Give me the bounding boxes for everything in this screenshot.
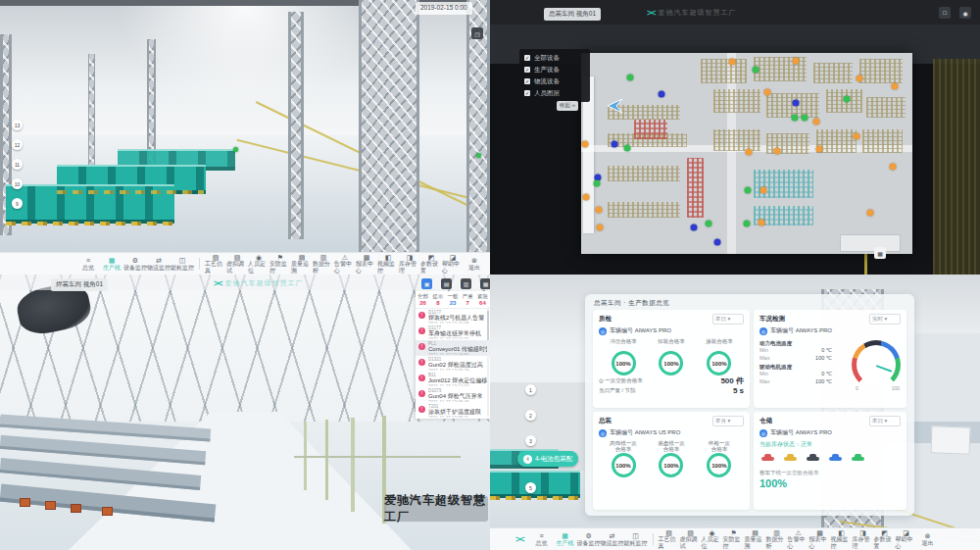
toolbar-item[interactable]: ▩报表中心: [356, 254, 377, 274]
view-chip[interactable]: 总装车间 视角01: [544, 8, 601, 21]
station-badge[interactable]: 12: [12, 139, 23, 150]
map-dot[interactable]: [774, 148, 781, 155]
window-button[interactable]: ▤: [441, 278, 452, 289]
toolbar-item[interactable]: ◫能耗监控: [624, 532, 648, 546]
window-button[interactable]: ▦: [480, 278, 490, 289]
toolbar-item[interactable]: ⚙设备监控: [123, 257, 147, 271]
layer-row[interactable]: ✓物流设备: [524, 75, 585, 87]
toolbar-item[interactable]: ⇄物流监控: [601, 532, 624, 546]
toolbar-item[interactable]: ≡总览: [530, 532, 554, 546]
map-dot[interactable]: [596, 224, 603, 230]
toolbar-item[interactable]: ▧工艺仿真: [659, 529, 680, 549]
map-dot[interactable]: [792, 115, 799, 122]
map-dot[interactable]: [746, 149, 753, 156]
toolbar-item[interactable]: ⚠告警中心: [788, 529, 809, 549]
station-badge[interactable]: 2: [525, 410, 536, 421]
toolbar-item[interactable]: ⇄物流监控: [147, 257, 171, 271]
layer-row[interactable]: ✓人员图层: [524, 87, 585, 99]
toolbar-item[interactable]: ▨虚拟调试: [680, 529, 702, 549]
toolbar-item[interactable]: ▥数据分析: [766, 529, 788, 549]
toolbar-item[interactable]: ⚑安防监控: [270, 254, 291, 274]
window-button[interactable]: ◉: [959, 7, 971, 19]
map-dot[interactable]: [812, 118, 819, 125]
active-station-pill[interactable]: 4 4-电池包装配: [517, 451, 578, 467]
alarm-tab[interactable]: 提示8: [430, 293, 445, 307]
toolbar-item[interactable]: ⚙设备监控: [577, 532, 601, 546]
alarm-tab[interactable]: 严重7: [461, 293, 475, 307]
map-dot[interactable]: [793, 57, 800, 64]
toolbar-item[interactable]: ◪帮助中心: [442, 254, 464, 274]
map-dot[interactable]: [853, 133, 859, 140]
map-dot[interactable]: [816, 145, 823, 152]
map-dot[interactable]: [627, 75, 634, 81]
map-dot[interactable]: [892, 83, 899, 90]
map-dot[interactable]: [729, 59, 736, 66]
map-dot[interactable]: [623, 144, 630, 151]
checkbox-checked-icon[interactable]: ✓: [524, 78, 530, 84]
toolbar-item[interactable]: ◨库存管理: [399, 254, 420, 274]
toolbar-item[interactable]: ▦生产线: [554, 532, 577, 546]
alarm-list-item[interactable]: ! D1177 焊装线2号机器人告警 2021-11-27 13:24:08: [416, 309, 490, 325]
layer-row[interactable]: ✓全部设备: [524, 52, 585, 64]
range-dropdown[interactable]: 实时 ▾: [869, 314, 901, 325]
toolbar-item[interactable]: ◨库存管理: [853, 529, 874, 549]
toolbar-item[interactable]: ◩参数设置: [420, 254, 442, 274]
station-badge[interactable]: 1: [525, 384, 536, 395]
checkbox-checked-icon[interactable]: ✓: [524, 90, 530, 96]
toolbar-item[interactable]: ▩报表中心: [809, 529, 831, 549]
map-dot[interactable]: [758, 220, 764, 226]
range-dropdown[interactable]: 本月 ▾: [712, 416, 744, 426]
alarm-list-item[interactable]: ! D1073 Gun04 焊枪气压异常 2021-11-27 13:08:46: [416, 387, 490, 403]
floorplan-map[interactable]: [581, 53, 912, 254]
viewport-factory-aisle[interactable]: 2019-02-15 0:00 ◳ 131211109 ≡总览▦生产线⚙设备监控…: [0, 0, 490, 275]
alarm-list-item[interactable]: ! B11 Joint012 焊点定位偏移 2021-11-27 13:12:0…: [416, 372, 490, 387]
station-badge[interactable]: 3: [525, 435, 536, 446]
window-button[interactable]: ▥: [461, 278, 471, 289]
map-control-button[interactable]: ▦: [874, 247, 886, 259]
map-dot[interactable]: [706, 221, 712, 227]
station-badge[interactable]: 9: [12, 198, 23, 209]
toolbar-item[interactable]: ▧工艺仿真: [205, 254, 226, 274]
viewport-dashboard[interactable]: 123 4 4-电池包装配 5 总装车间 · 生产数据总览 质检 本日 ▾ ◎车…: [490, 275, 980, 550]
window-button[interactable]: ▣: [421, 278, 432, 289]
view-chip[interactable]: 焊装车间 视角01: [51, 278, 108, 291]
toolbar-item[interactable]: ◩参数设置: [874, 529, 896, 549]
viewport-weld-shop[interactable]: 焊装车间 视角01 >< 爱驰汽车超级智慧工厂 ▣▤▥▦ 全部26提示8一般23…: [0, 275, 490, 550]
alarm-tab[interactable]: 紧急64: [475, 293, 490, 307]
toolbar-item[interactable]: ◪帮助中心: [896, 529, 917, 549]
collapse-button[interactable]: 收起 ‹‹: [557, 101, 578, 111]
expand-button[interactable]: ◳: [471, 27, 483, 39]
toolbar-item[interactable]: ◧视频监控: [831, 529, 853, 549]
map-dot[interactable]: [595, 206, 602, 213]
agv-marker[interactable]: [233, 147, 238, 152]
toolbar-item[interactable]: ◉人员定位: [248, 254, 270, 274]
map-dot[interactable]: [760, 187, 766, 194]
map-dot[interactable]: [583, 193, 590, 200]
checkbox-checked-icon[interactable]: ✓: [524, 55, 530, 61]
toolbar-item[interactable]: ▨虚拟调试: [226, 254, 248, 274]
map-dot[interactable]: [753, 67, 760, 74]
map-dot[interactable]: [713, 238, 720, 245]
station-badge[interactable]: 5: [525, 482, 536, 493]
range-dropdown[interactable]: 本日 ▾: [712, 314, 744, 325]
alarm-tab[interactable]: 一般23: [445, 293, 460, 307]
map-dot[interactable]: [744, 221, 751, 227]
map-dot[interactable]: [690, 224, 697, 230]
agv-marker[interactable]: [476, 153, 481, 158]
alarm-list-item[interactable]: ! D1321 Gun02 焊枪温度过高 2021-11-27 13:15:28: [416, 356, 490, 372]
map-dot[interactable]: [793, 100, 800, 107]
map-dot[interactable]: [867, 209, 874, 216]
toolbar-item[interactable]: ▤质量追溯: [745, 529, 766, 549]
alarm-list-item[interactable]: ! T201 涂装烘干炉温度超限 2021-11-27 13:05:11: [416, 403, 490, 419]
map-dot[interactable]: [763, 88, 770, 95]
window-button[interactable]: □: [939, 7, 951, 19]
map-dot[interactable]: [593, 180, 600, 187]
map-dot[interactable]: [659, 91, 665, 98]
toolbar-item[interactable]: ◫能耗监控: [171, 257, 194, 271]
toolbar-item[interactable]: ⚑安防监控: [723, 529, 745, 549]
checkbox-checked-icon[interactable]: ✓: [524, 67, 530, 73]
layer-row[interactable]: ✓生产设备: [524, 64, 585, 75]
map-dot[interactable]: [844, 95, 851, 102]
map-dot[interactable]: [802, 115, 808, 122]
alarm-tab[interactable]: 全部26: [416, 293, 430, 307]
